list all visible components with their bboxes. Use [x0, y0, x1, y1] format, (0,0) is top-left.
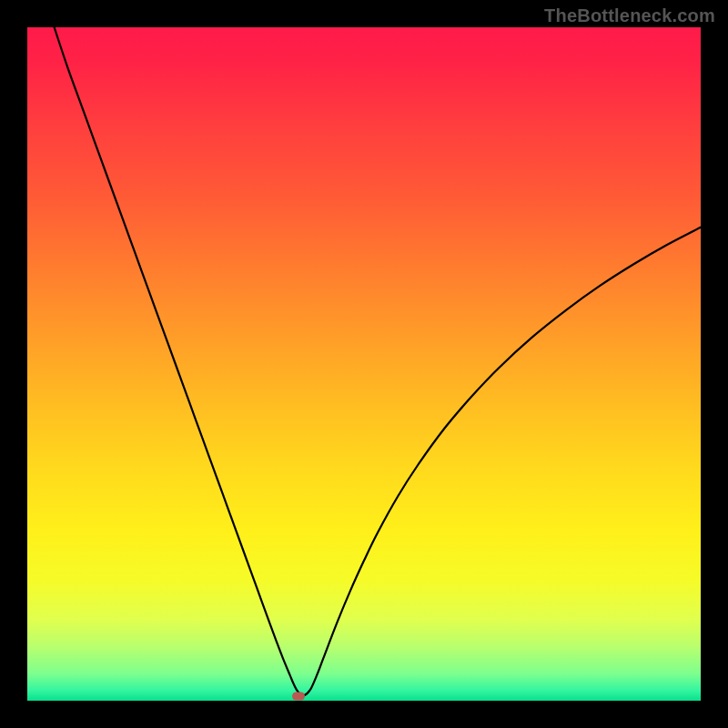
chart-svg: [27, 27, 701, 701]
plot-area: [27, 27, 701, 701]
chart-frame: TheBottleneck.com: [0, 0, 728, 728]
minimum-marker: [292, 692, 305, 700]
plot-background: [27, 27, 701, 701]
watermark-text: TheBottleneck.com: [544, 5, 715, 26]
